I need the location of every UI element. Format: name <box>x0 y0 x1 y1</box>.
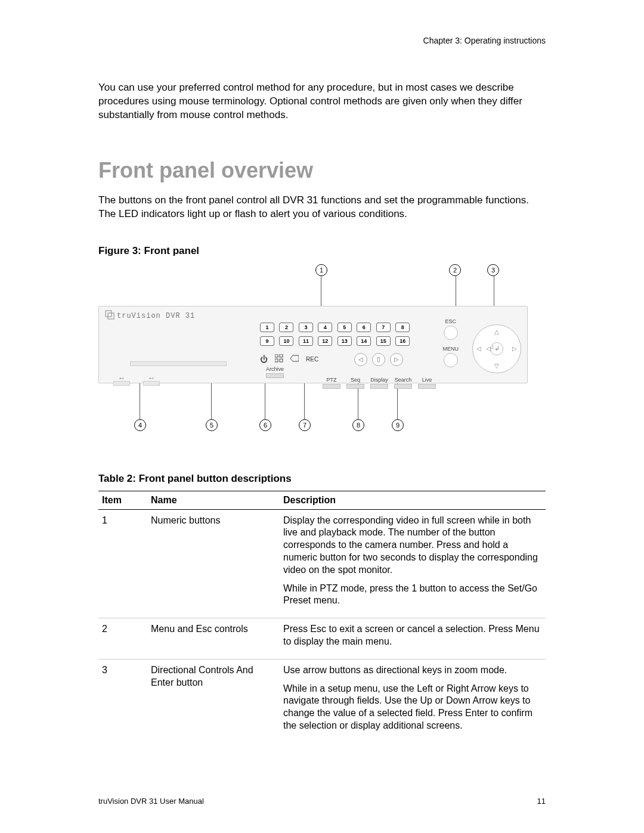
front-panel: truVision DVR 31 1 2 3 4 5 6 7 8 9 10 11 <box>98 306 528 383</box>
dvd-tray[interactable] <box>130 361 227 366</box>
enter-left-icon[interactable]: ◁┘ <box>486 345 495 352</box>
callout-2: 2 <box>449 264 461 276</box>
numeric-button[interactable]: 4 <box>318 323 332 332</box>
intro-paragraph: You can use your preferred control metho… <box>98 81 546 122</box>
usb-port[interactable] <box>143 381 160 386</box>
table-header-item: Item <box>98 491 147 509</box>
multiview-icon[interactable] <box>275 354 283 364</box>
description-paragraph: Press Esc to exit a screen or cancel a s… <box>283 623 542 648</box>
numeric-buttons-group: 1 2 3 4 5 6 7 8 9 10 11 12 13 14 15 <box>260 321 412 348</box>
ptz-button[interactable] <box>323 384 340 389</box>
usb-port[interactable] <box>113 381 130 386</box>
numeric-button[interactable]: 8 <box>395 323 410 332</box>
rewind-button[interactable]: ◁ <box>354 353 367 366</box>
numeric-button[interactable]: 14 <box>357 336 371 346</box>
table-cell-name: Numeric buttons <box>147 509 280 618</box>
description-paragraph: Display the corresponding video in full … <box>283 515 542 577</box>
callout-3: 3 <box>487 264 499 276</box>
numeric-button[interactable]: 5 <box>338 323 352 332</box>
tag-icon[interactable] <box>290 355 299 364</box>
menu-label: MENU <box>443 346 459 352</box>
numeric-button[interactable]: 12 <box>318 336 332 346</box>
table-cell-description: Display the corresponding video in full … <box>280 509 546 618</box>
numeric-button[interactable]: 9 <box>260 336 274 346</box>
up-arrow-icon[interactable]: △ <box>494 329 499 335</box>
right-arrow-icon[interactable]: ▷ <box>512 345 517 352</box>
footer-title: truVision DVR 31 User Manual <box>98 797 204 806</box>
directional-pad[interactable]: △ ▽ ◁ ▷ ◁┘ ↲ <box>472 324 521 373</box>
pause-button[interactable]: ▯ <box>372 353 385 366</box>
table-caption: Table 2: Front panel button descriptions <box>98 473 546 485</box>
numeric-button[interactable]: 2 <box>279 323 293 332</box>
down-arrow-icon[interactable]: ▽ <box>494 363 499 369</box>
numeric-button[interactable]: 10 <box>279 336 293 346</box>
search-label: Search <box>395 377 412 383</box>
section-title: Front panel overview <box>98 158 546 183</box>
archive-button[interactable] <box>266 373 284 378</box>
seq-button[interactable] <box>346 384 364 389</box>
numeric-button[interactable]: 16 <box>395 336 410 346</box>
table-cell-item: 2 <box>98 618 147 659</box>
table-cell-description: Press Esc to exit a screen or cancel a s… <box>280 618 546 659</box>
live-button[interactable] <box>418 384 436 389</box>
live-label: Live <box>422 377 432 383</box>
section-paragraph: The buttons on the front panel control a… <box>98 194 546 221</box>
description-paragraph: While in PTZ mode, press the 1 button to… <box>283 583 542 608</box>
table-cell-item: 1 <box>98 509 147 618</box>
display-label: Display <box>370 377 388 383</box>
table-row: 3 Directional Controls And Enter button … <box>98 659 546 742</box>
table-cell-name: Directional Controls And Enter button <box>147 659 280 742</box>
product-name: truVision DVR 31 <box>117 312 195 320</box>
usb-icon: ⊷ <box>113 376 130 381</box>
table-row: 1 Numeric buttons Display the correspond… <box>98 509 546 618</box>
numeric-button[interactable]: 15 <box>376 336 391 346</box>
esc-button[interactable] <box>444 326 458 340</box>
svg-rect-0 <box>106 311 112 317</box>
table-cell-description: Use arrow buttons as directional keys in… <box>280 659 546 742</box>
usb-icon: ⊷ <box>143 376 160 381</box>
display-button[interactable] <box>370 384 388 389</box>
page-number: 11 <box>537 797 546 806</box>
front-panel-table: Item Name Description 1 Numeric buttons … <box>98 491 546 743</box>
svg-rect-1 <box>108 313 114 319</box>
archive-label: Archive <box>266 366 284 372</box>
left-arrow-icon[interactable]: ◁ <box>476 345 481 352</box>
power-icon[interactable]: ⏻ <box>260 355 268 364</box>
callout-9: 9 <box>392 419 404 431</box>
rec-button[interactable]: REC <box>306 356 318 363</box>
callout-6: 6 <box>259 419 271 431</box>
numeric-button[interactable]: 13 <box>338 336 352 346</box>
callout-1: 1 <box>315 264 327 276</box>
callout-5: 5 <box>206 419 218 431</box>
search-button[interactable] <box>394 384 412 389</box>
description-paragraph: Use arrow buttons as directional keys in… <box>283 664 542 677</box>
callout-4: 4 <box>134 419 146 431</box>
front-panel-diagram: 1 2 3 4 5 6 7 8 9 truVision DVR 31 <box>98 264 528 431</box>
callout-7: 7 <box>299 419 311 431</box>
numeric-button[interactable]: 1 <box>260 323 274 332</box>
svg-rect-3 <box>280 354 283 357</box>
table-cell-name: Menu and Esc controls <box>147 618 280 659</box>
numeric-button[interactable]: 7 <box>376 323 391 332</box>
play-button[interactable]: ▷ <box>390 353 403 366</box>
ptz-label: PTZ <box>327 377 337 383</box>
menu-button[interactable] <box>444 353 458 367</box>
esc-label: ESC <box>443 318 459 324</box>
numeric-button[interactable]: 3 <box>299 323 313 332</box>
figure-caption: Figure 3: Front panel <box>98 245 546 257</box>
svg-rect-5 <box>280 359 283 362</box>
numeric-button[interactable]: 6 <box>357 323 371 332</box>
description-paragraph: While in a setup menu, use the Left or R… <box>283 683 542 732</box>
chapter-header: Chapter 3: Operating instructions <box>98 36 546 45</box>
table-header-description: Description <box>280 491 546 509</box>
callout-8: 8 <box>352 419 364 431</box>
seq-label: Seq <box>351 377 360 383</box>
table-row: 2 Menu and Esc controls Press Esc to exi… <box>98 618 546 659</box>
logo-icon <box>105 310 114 322</box>
table-header-name: Name <box>147 491 280 509</box>
product-logo-text: truVision DVR 31 <box>105 310 195 322</box>
svg-rect-4 <box>275 359 278 362</box>
svg-rect-2 <box>275 354 278 357</box>
numeric-button[interactable]: 11 <box>299 336 313 346</box>
svg-marker-6 <box>290 355 299 361</box>
